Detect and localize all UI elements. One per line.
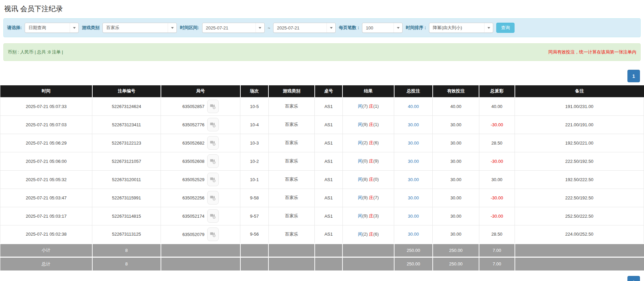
cell-bet-id: 522673113125 <box>92 225 161 243</box>
page-1-button-bottom[interactable]: 1 <box>627 276 640 281</box>
subtotal-empty-cell <box>315 243 343 257</box>
cell-result: 闲(2) 庄(6) <box>342 225 394 243</box>
subtotal-count: 8 <box>92 243 161 257</box>
date-from-select[interactable]: 2025-07-21 <box>202 23 265 33</box>
header-valid-bet: 有效投注 <box>433 85 479 97</box>
subtotal-label: 小计 <box>0 243 92 257</box>
cell-round-id: 635052857 <box>161 97 240 115</box>
cell-game-type: 百家乐 <box>268 97 314 115</box>
result-player-score: (9) <box>362 122 369 127</box>
result-banker-label: 庄 <box>369 140 373 145</box>
total-bet-link[interactable]: 30.00 <box>408 214 419 219</box>
time-sort-select[interactable]: 降冪(由大到小) <box>429 23 493 33</box>
cell-table-code: AS1 <box>315 225 343 243</box>
date-range-separator: ~ <box>268 25 270 30</box>
cell-result: 闲(9) 庄(3) <box>342 207 394 225</box>
cell-session: 10-1 <box>240 170 269 189</box>
result-banker-score: (9) <box>373 158 379 164</box>
result-banker-score: (3) <box>373 213 379 218</box>
time-sort-value: 降冪(由大到小) <box>433 25 462 31</box>
total-bet-link[interactable]: 30.00 <box>408 140 419 146</box>
cell-bet-id: 522673120011 <box>92 170 161 189</box>
video-replay-button[interactable] <box>207 136 219 150</box>
cell-remark: 222.50/192.50 <box>515 189 644 207</box>
subtotal-row: 小计 8 250.00 250.00 7.00 <box>0 243 644 257</box>
result-player-score: (0) <box>362 158 369 164</box>
page-size-label: 每页笔数 : <box>339 25 359 31</box>
cell-table-code: AS1 <box>315 134 343 152</box>
cell-valid-bet: 30.00 <box>433 225 479 243</box>
video-replay-button[interactable] <box>207 209 219 223</box>
total-bet-link[interactable]: 30.00 <box>408 195 419 200</box>
cell-result: 闲(7) 庄(1) <box>342 97 394 115</box>
cell-session: 9-58 <box>240 189 269 207</box>
cell-total-bet: 30.00 <box>394 189 433 207</box>
cell-table-code: AS1 <box>315 170 343 189</box>
result-player-score: (7) <box>362 104 369 109</box>
cell-total-bet: 30.00 <box>394 134 433 152</box>
header-round-id: 局号 <box>161 85 240 97</box>
page-size-select[interactable]: 100 <box>362 23 403 33</box>
page-1-button[interactable]: 1 <box>627 70 640 82</box>
total-payout: 7.00 <box>479 257 515 271</box>
total-bet-link[interactable]: 30.00 <box>408 232 419 237</box>
result-player-score: (2) <box>362 140 369 145</box>
video-icon <box>210 103 216 110</box>
cell-game-type: 百家乐 <box>268 207 314 225</box>
cell-bet-id: 522673122123 <box>92 134 161 152</box>
video-replay-button[interactable] <box>207 100 219 113</box>
result-player-label: 闲 <box>358 213 362 218</box>
video-icon <box>210 231 216 238</box>
cell-round-id: 635052256 <box>161 189 240 207</box>
total-bet-link[interactable]: 30.00 <box>408 159 419 164</box>
cell-table-code: AS1 <box>315 115 343 134</box>
total-bet-link[interactable]: 40.00 <box>408 104 419 109</box>
video-replay-button[interactable] <box>207 118 219 131</box>
result-banker-score: (1) <box>373 104 379 109</box>
total-total-bet: 250.00 <box>394 257 433 271</box>
notice-text: 同局有效投注，统一计算在该局第一张注单内 <box>548 49 636 55</box>
result-player-score: (9) <box>362 213 369 218</box>
header-payout: 总派彩 <box>479 85 515 97</box>
round-id-text: 635052529 <box>183 177 205 182</box>
table-body: 2025-07-21 05:07:33522673124624635052857… <box>0 97 644 243</box>
cell-remark: 252.50/222.50 <box>515 207 644 225</box>
cell-bet-id: 522673124624 <box>92 97 161 115</box>
summary-info-bar: 币别 : 人民币 | 总共 :8 注单 | 同局有效投注，统一计算在该局第一张注… <box>3 43 641 61</box>
video-replay-button[interactable] <box>207 173 219 186</box>
video-replay-button[interactable] <box>207 191 219 204</box>
cell-round-id: 635052608 <box>161 152 240 170</box>
search-button[interactable]: 查询 <box>496 23 515 33</box>
result-banker-label: 庄 <box>369 158 373 164</box>
table-header-row: 时间 注单编号 局号 场次 游戏类别 桌号 结果 总投注 有效投注 总派彩 备注 <box>0 85 644 97</box>
cell-payout: -30.00 <box>479 207 515 225</box>
query-type-select[interactable]: 日期查询 <box>25 23 79 33</box>
total-bet-link[interactable]: 30.00 <box>408 177 419 182</box>
video-replay-button[interactable] <box>207 154 219 168</box>
cell-valid-bet: 40.00 <box>433 97 479 115</box>
cell-valid-bet: 30.00 <box>433 189 479 207</box>
result-banker-label: 庄 <box>369 177 373 182</box>
subtotal-empty-cell <box>342 243 394 257</box>
cell-bet-id: 522673121057 <box>92 152 161 170</box>
date-to-select[interactable]: 2025-07-21 <box>273 23 336 33</box>
cell-payout: 40.00 <box>479 97 515 115</box>
result-player-score: (2) <box>362 232 369 237</box>
cell-time: 2025-07-21 05:03:17 <box>0 207 92 225</box>
cell-payout: 30.00 <box>479 170 515 189</box>
round-id-text: 635052079 <box>183 232 205 237</box>
cell-time: 2025-07-21 05:06:29 <box>0 134 92 152</box>
cell-result: 闲(9) 庄(7) <box>342 189 394 207</box>
video-replay-button[interactable] <box>207 228 219 241</box>
cell-payout: -30.00 <box>479 152 515 170</box>
round-id-text: 635052776 <box>183 122 205 127</box>
cell-payout: 28.50 <box>479 225 515 243</box>
total-bet-link[interactable]: 30.00 <box>408 122 419 127</box>
cell-time: 2025-07-21 05:07:33 <box>0 97 92 115</box>
game-type-select[interactable]: 百家乐 <box>102 23 177 33</box>
pagination-top: 1 <box>4 70 640 82</box>
total-empty-cell <box>161 257 240 271</box>
cell-total-bet: 40.00 <box>394 97 433 115</box>
cell-bet-id: 522673114815 <box>92 207 161 225</box>
table-row: 2025-07-21 05:03:47522673115991635052256… <box>0 189 644 207</box>
